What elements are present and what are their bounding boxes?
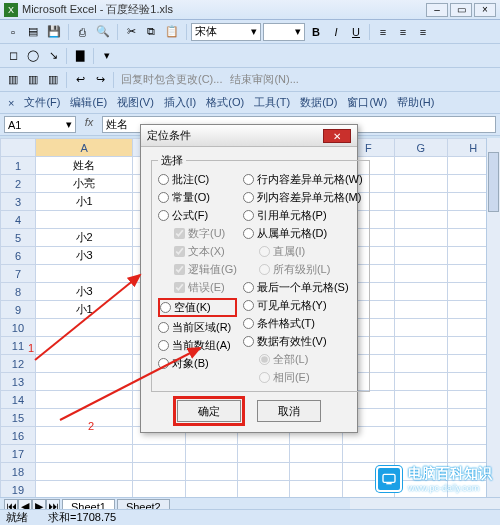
bold-button[interactable]: B [307, 23, 325, 41]
review-icon[interactable]: ↩ [71, 71, 89, 89]
select-all-corner[interactable] [1, 139, 36, 157]
cell[interactable]: 小亮 [35, 175, 132, 193]
cell[interactable] [395, 301, 447, 319]
review-icon[interactable]: ▥ [24, 71, 42, 89]
align-right-icon[interactable]: ≡ [414, 23, 432, 41]
window-close-button[interactable]: × [474, 3, 496, 17]
menu-format[interactable]: 格式(O) [202, 94, 248, 111]
option-current_region[interactable] [158, 322, 169, 333]
row-header[interactable]: 15 [1, 409, 36, 427]
end-review-button[interactable]: 结束审阅(N)... [227, 71, 301, 89]
cell[interactable] [395, 211, 447, 229]
cell[interactable] [35, 319, 132, 337]
cell[interactable] [395, 157, 447, 175]
align-center-icon[interactable]: ≡ [394, 23, 412, 41]
cell[interactable] [35, 427, 132, 445]
col-header-g[interactable]: G [395, 139, 447, 157]
copy-icon[interactable]: ⧉ [142, 23, 160, 41]
menu-help[interactable]: 帮助(H) [393, 94, 438, 111]
cell[interactable] [238, 445, 290, 463]
option-dependents[interactable] [243, 228, 254, 239]
save-icon[interactable]: 💾 [44, 23, 64, 41]
italic-button[interactable]: I [327, 23, 345, 41]
font-name-box[interactable]: 宋体 ▾ [191, 23, 261, 41]
cell[interactable] [133, 481, 185, 498]
open-icon[interactable]: ▤ [24, 23, 42, 41]
fx-icon[interactable]: fx [80, 116, 98, 133]
option-formulas[interactable] [158, 210, 169, 221]
menu-file[interactable]: 文件(F) [20, 94, 64, 111]
cell[interactable]: 小1 [35, 193, 132, 211]
row-header[interactable]: 1 [1, 157, 36, 175]
ok-button[interactable]: 确定 [177, 400, 241, 422]
align-left-icon[interactable]: ≡ [374, 23, 392, 41]
cell[interactable] [35, 409, 132, 427]
cell[interactable] [238, 463, 290, 481]
option-last_cell[interactable] [243, 282, 254, 293]
new-icon[interactable]: ▫ [4, 23, 22, 41]
row-header[interactable]: 14 [1, 391, 36, 409]
option-row_diff[interactable] [243, 174, 254, 185]
row-header[interactable]: 18 [1, 463, 36, 481]
window-maximize-button[interactable]: ▭ [450, 3, 472, 17]
color-icon[interactable]: ▇ [71, 47, 89, 65]
row-header[interactable]: 4 [1, 211, 36, 229]
row-header[interactable]: 9 [1, 301, 36, 319]
cell[interactable] [395, 373, 447, 391]
cell[interactable] [35, 265, 132, 283]
row-header[interactable]: 16 [1, 427, 36, 445]
cell[interactable]: 小1 [35, 301, 132, 319]
option-validation[interactable] [243, 336, 254, 347]
review-icon[interactable]: ▥ [44, 71, 62, 89]
menu-data[interactable]: 数据(D) [296, 94, 341, 111]
cell[interactable] [133, 445, 185, 463]
shape-icon[interactable]: ↘ [44, 47, 62, 65]
cell[interactable] [238, 481, 290, 498]
review-icon[interactable]: ↪ [91, 71, 109, 89]
cancel-button[interactable]: 取消 [257, 400, 321, 422]
cell[interactable] [395, 283, 447, 301]
menu-insert[interactable]: 插入(I) [160, 94, 200, 111]
cell[interactable] [35, 391, 132, 409]
cell[interactable] [185, 481, 237, 498]
reply-with-changes-button[interactable]: 回复时包含更改(C)... [118, 71, 225, 89]
cell[interactable] [35, 373, 132, 391]
cell[interactable] [395, 193, 447, 211]
col-header-a[interactable]: A [35, 139, 132, 157]
row-header[interactable]: 10 [1, 319, 36, 337]
cell[interactable]: 小3 [35, 283, 132, 301]
cut-icon[interactable]: ✂ [122, 23, 140, 41]
row-header[interactable]: 17 [1, 445, 36, 463]
cell[interactable] [395, 427, 447, 445]
cell[interactable] [133, 463, 185, 481]
cell[interactable]: 小2 [35, 229, 132, 247]
option-constants[interactable] [158, 192, 169, 203]
menu-tools[interactable]: 工具(T) [250, 94, 294, 111]
menu-window[interactable]: 窗口(W) [343, 94, 391, 111]
underline-button[interactable]: U [347, 23, 365, 41]
preview-icon[interactable]: 🔍 [93, 23, 113, 41]
dialog-close-button[interactable]: ✕ [323, 129, 351, 143]
dialog-titlebar[interactable]: 定位条件 ✕ [141, 125, 357, 147]
shape-icon[interactable]: ◻ [4, 47, 22, 65]
row-header[interactable]: 12 [1, 355, 36, 373]
row-header[interactable]: 8 [1, 283, 36, 301]
cell[interactable]: 小3 [35, 247, 132, 265]
paste-icon[interactable]: 📋 [162, 23, 182, 41]
cell[interactable] [35, 445, 132, 463]
cell[interactable] [395, 319, 447, 337]
row-header[interactable]: 7 [1, 265, 36, 283]
doc-close-icon[interactable]: × [4, 96, 18, 110]
row-header[interactable]: 3 [1, 193, 36, 211]
font-size-box[interactable]: ▾ [263, 23, 305, 41]
cell[interactable] [290, 481, 342, 498]
row-header[interactable]: 11 [1, 337, 36, 355]
shape-icon[interactable]: ◯ [24, 47, 42, 65]
cell[interactable] [290, 445, 342, 463]
option-cond_format[interactable] [243, 318, 254, 329]
cell[interactable] [395, 355, 447, 373]
review-icon[interactable]: ▥ [4, 71, 22, 89]
cell[interactable] [395, 391, 447, 409]
cell[interactable] [395, 445, 447, 463]
window-minimize-button[interactable]: – [426, 3, 448, 17]
